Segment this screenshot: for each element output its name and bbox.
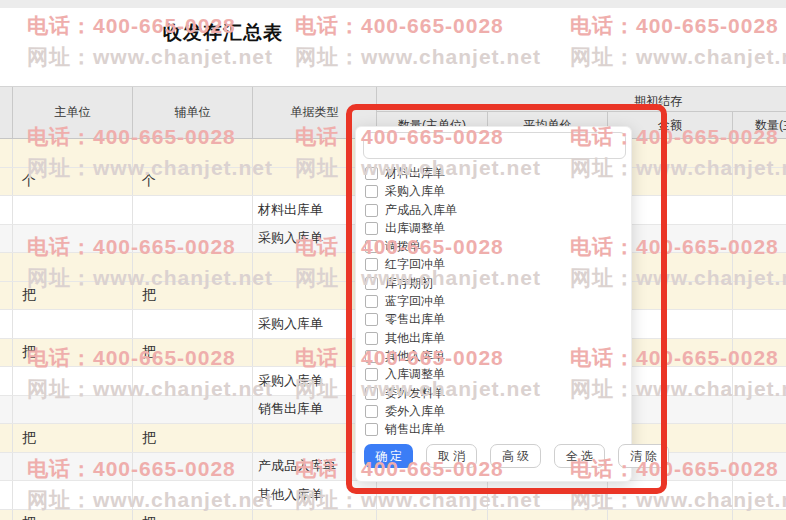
doc-type-option[interactable]: 入库调整单 bbox=[365, 368, 457, 381]
option-checkbox-icon[interactable] bbox=[365, 368, 378, 381]
select-all-button[interactable]: 全选 bbox=[554, 444, 605, 468]
row-spacer-cell bbox=[0, 367, 13, 395]
option-checkbox-icon[interactable] bbox=[365, 350, 378, 363]
qty-aux-cell bbox=[733, 396, 786, 424]
doc-type-option[interactable]: 委外发料单 bbox=[365, 387, 457, 400]
doc-type-option[interactable]: 库存期初 bbox=[365, 277, 457, 290]
watermark-phone: 电话：400-665-0028 bbox=[570, 12, 779, 40]
header-opening-balance-label: 期初结存 bbox=[634, 93, 682, 110]
aux-unit-cell: 把 bbox=[133, 510, 253, 520]
main-unit-cell bbox=[13, 453, 133, 481]
main-unit-cell bbox=[13, 310, 133, 338]
row-spacer-cell bbox=[0, 168, 13, 196]
option-checkbox-icon[interactable] bbox=[365, 313, 378, 326]
aux-unit-cell bbox=[133, 139, 253, 167]
aux-unit-cell bbox=[133, 367, 253, 395]
main-unit-cell bbox=[13, 225, 133, 253]
option-checkbox-icon[interactable] bbox=[365, 277, 378, 290]
watermark-phone: 电话：400-665-0028 bbox=[295, 12, 504, 40]
row-spacer-cell bbox=[0, 424, 13, 452]
option-checkbox-icon[interactable] bbox=[365, 423, 378, 436]
doc-type-option[interactable]: 销售出库单 bbox=[365, 423, 457, 436]
doc-type-option[interactable]: 采购入库单 bbox=[365, 185, 457, 198]
aux-unit-cell bbox=[133, 196, 253, 224]
avg-price-cell bbox=[488, 481, 608, 509]
option-checkbox-icon[interactable] bbox=[365, 295, 378, 308]
main-unit-cell bbox=[13, 196, 133, 224]
row-spacer-cell bbox=[0, 225, 13, 253]
qty-aux-cell bbox=[733, 196, 786, 224]
qty-aux-cell bbox=[733, 424, 786, 452]
option-checkbox-icon[interactable] bbox=[365, 332, 378, 345]
row-spacer-cell bbox=[0, 339, 13, 367]
row-spacer-cell bbox=[0, 139, 13, 167]
doc-type-option[interactable]: 材料出库单 bbox=[365, 167, 457, 180]
option-checkbox-icon[interactable] bbox=[365, 204, 378, 217]
doc-type-option[interactable]: 红字回冲单 bbox=[365, 258, 457, 271]
row-spacer-cell bbox=[0, 510, 13, 520]
advanced-button[interactable]: 高级 bbox=[490, 444, 541, 468]
option-label: 出库调整单 bbox=[385, 222, 445, 235]
qty-aux-cell bbox=[733, 225, 786, 253]
clear-button[interactable]: 清除 bbox=[618, 444, 669, 468]
aux-unit-cell bbox=[133, 481, 253, 509]
option-label: 蓝字回冲单 bbox=[385, 295, 445, 308]
main-unit-cell: 把 bbox=[13, 339, 133, 367]
doc-type-option[interactable]: 产成品入库单 bbox=[365, 204, 457, 217]
option-label: 其他出库单 bbox=[385, 332, 445, 345]
amount-cell bbox=[608, 481, 733, 509]
qty-aux-cell bbox=[733, 367, 786, 395]
row-spacer-cell bbox=[0, 396, 13, 424]
table-row[interactable]: 把 把 bbox=[0, 510, 786, 520]
main-unit-cell: 把 bbox=[13, 510, 133, 520]
qty-aux-cell bbox=[733, 253, 786, 281]
doc-type-option[interactable]: 调拨单 bbox=[365, 240, 457, 253]
qty-aux-cell bbox=[733, 139, 786, 167]
option-checkbox-icon[interactable] bbox=[365, 185, 378, 198]
amount-cell bbox=[608, 510, 733, 520]
option-checkbox-icon[interactable] bbox=[365, 405, 378, 418]
option-label: 采购入库单 bbox=[385, 185, 445, 198]
qty-aux-cell bbox=[733, 453, 786, 481]
aux-unit-cell bbox=[133, 253, 253, 281]
header-spacer-cell bbox=[0, 87, 13, 138]
row-spacer-cell bbox=[0, 282, 13, 310]
doc-type-option[interactable]: 其他出库单 bbox=[365, 332, 457, 345]
qty-aux-cell bbox=[733, 481, 786, 509]
doc-type-filter-dialog: 材料出库单 采购入库单 产成品入库单 出库调整单 调拨单 红字回冲单 库存期初 … bbox=[355, 126, 632, 482]
option-label: 入库调整单 bbox=[385, 368, 445, 381]
option-checkbox-icon[interactable] bbox=[365, 387, 378, 400]
option-checkbox-icon[interactable] bbox=[365, 258, 378, 271]
filter-search-input[interactable] bbox=[363, 132, 626, 159]
doc-type-option[interactable]: 出库调整单 bbox=[365, 222, 457, 235]
doc-type-option[interactable]: 零售出库单 bbox=[365, 313, 457, 326]
ok-button[interactable]: 确定 bbox=[364, 444, 413, 468]
dialog-button-row: 确定 取消 高级 全选 清除 bbox=[364, 444, 669, 468]
watermark-web: 网址：www.chanjet.net bbox=[27, 43, 273, 71]
doc-type-option[interactable]: 委外入库单 bbox=[365, 405, 457, 418]
option-label: 委外入库单 bbox=[385, 405, 445, 418]
aux-unit-cell bbox=[133, 396, 253, 424]
doc-type-option-list: 材料出库单 采购入库单 产成品入库单 出库调整单 调拨单 红字回冲单 库存期初 … bbox=[365, 167, 457, 436]
main-unit-cell: 个 bbox=[13, 168, 133, 196]
doc-type-option[interactable]: 蓝字回冲单 bbox=[365, 295, 457, 308]
option-checkbox-icon[interactable] bbox=[365, 240, 378, 253]
qty-main-cell bbox=[377, 481, 488, 509]
qty-aux-cell bbox=[733, 168, 786, 196]
main-unit-cell: 把 bbox=[13, 282, 133, 310]
row-spacer-cell bbox=[0, 453, 13, 481]
table-row[interactable]: 其他入库单 bbox=[0, 481, 786, 510]
aux-unit-cell bbox=[133, 225, 253, 253]
row-spacer-cell bbox=[0, 481, 13, 509]
doc-type-option[interactable]: 其他入库单 bbox=[365, 350, 457, 363]
main-unit-cell bbox=[13, 481, 133, 509]
main-unit-cell bbox=[13, 396, 133, 424]
option-checkbox-icon[interactable] bbox=[365, 167, 378, 180]
doc-type-cell: 其他入库单 bbox=[253, 481, 377, 509]
cancel-button[interactable]: 取消 bbox=[426, 444, 477, 468]
aux-unit-cell: 把 bbox=[133, 424, 253, 452]
option-label: 产成品入库单 bbox=[385, 204, 457, 217]
option-checkbox-icon[interactable] bbox=[365, 222, 378, 235]
option-label: 调拨单 bbox=[385, 240, 421, 253]
doc-type-cell bbox=[253, 510, 377, 520]
